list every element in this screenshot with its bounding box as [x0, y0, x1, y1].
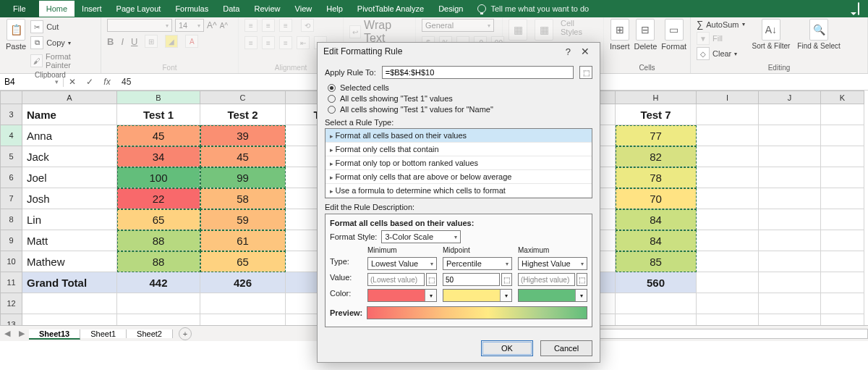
- rule-desc-label: Edit the Rule Description:: [325, 203, 414, 211]
- tell-me-label: Tell me what you want to do: [490, 4, 589, 13]
- orientation-icon[interactable]: ⟲: [301, 19, 314, 32]
- desc-heading: Format all cells based on their values:: [330, 219, 587, 227]
- ribbon-tab-page-layout[interactable]: Page Layout: [109, 1, 169, 17]
- rule-type-item[interactable]: Format only cells that are above or belo…: [326, 170, 592, 184]
- copy-button[interactable]: ⧉Copy▾: [30, 36, 95, 49]
- rule-type-label: Select a Rule Type:: [325, 118, 393, 127]
- ribbon-tabs: File HomeInsertPage LayoutFormulasDataRe…: [0, 0, 868, 17]
- formula-value[interactable]: 45: [116, 77, 131, 87]
- color-mid-select[interactable]: ▾: [443, 289, 512, 302]
- sheet-tab-sheet2[interactable]: Sheet2: [127, 329, 173, 338]
- find-select-icon[interactable]: 🔍: [809, 19, 828, 41]
- dialog-title: Edit Formatting Rule: [323, 46, 402, 56]
- group-label: Cells: [610, 62, 684, 73]
- align-top-icon[interactable]: ≡: [244, 19, 258, 32]
- sort-filter-icon[interactable]: A↓: [762, 19, 780, 41]
- delete-cells-icon[interactable]: ⊟: [636, 19, 655, 41]
- format-style-select[interactable]: 3-Color Scale▾: [381, 230, 461, 243]
- group-label: Editing: [697, 62, 861, 73]
- dialog-help-icon[interactable]: ?: [560, 46, 576, 57]
- ribbon-tab-design[interactable]: Design: [431, 1, 470, 17]
- type-min-select[interactable]: Lowest Value▾: [367, 257, 437, 270]
- rule-type-item[interactable]: Use a formula to determine which cells t…: [326, 184, 592, 198]
- col-min-label: Minimum: [367, 246, 437, 254]
- apply-rule-label: Apply Rule To:: [325, 68, 376, 77]
- rule-type-list[interactable]: Format all cells based on their valuesFo…: [325, 128, 592, 198]
- group-label: Font: [107, 62, 232, 73]
- range-picker-icon[interactable]: ⬚: [579, 66, 592, 79]
- paste-label: Paste: [6, 42, 26, 51]
- insert-cells-icon[interactable]: ⊞: [610, 19, 629, 41]
- cancel-button[interactable]: Cancel: [540, 340, 592, 356]
- italic-button[interactable]: I: [121, 36, 124, 47]
- format-style-label: Format Style:: [330, 232, 377, 241]
- sheet-tab-sheet13[interactable]: Sheet13: [29, 329, 80, 340]
- ok-button[interactable]: OK: [481, 340, 533, 356]
- value-min-input[interactable]: [367, 273, 425, 286]
- rule-type-item[interactable]: Format only cells that contain: [326, 143, 592, 156]
- sheet-tab-sheet1[interactable]: Sheet1: [80, 329, 127, 338]
- format-cells-icon[interactable]: ▭: [665, 19, 684, 41]
- paste-icon[interactable]: 📋: [7, 19, 25, 41]
- preview-label: Preview:: [330, 308, 362, 317]
- type-mid-select[interactable]: Percentile▾: [443, 257, 512, 270]
- ribbon-tab-data[interactable]: Data: [216, 1, 247, 17]
- format-painter-button[interactable]: 🖌Format Painter: [30, 52, 95, 70]
- apply-scope-radio-2[interactable]: All cells showing "Test 1" values for "N…: [328, 105, 592, 114]
- edit-formatting-rule-dialog: Edit Formatting Rule ? ✕ Apply Rule To: …: [317, 42, 600, 363]
- rule-type-item[interactable]: Format only top or bottom ranked values: [326, 156, 592, 170]
- clear-button[interactable]: ◇Clear▾: [697, 47, 745, 60]
- apply-rule-input[interactable]: [382, 66, 574, 79]
- add-sheet-button[interactable]: +: [179, 327, 192, 340]
- ribbon-tab-view[interactable]: View: [288, 1, 320, 17]
- ribbon-tab-formulas[interactable]: Formulas: [168, 1, 216, 17]
- lightbulb-icon: [477, 4, 486, 13]
- value-max-input[interactable]: [518, 273, 575, 286]
- col-mid-label: Midpoint: [443, 246, 512, 254]
- apply-scope-radio-0[interactable]: Selected cells: [328, 83, 592, 92]
- share-icon[interactable]: [858, 3, 859, 14]
- ribbon-tab-help[interactable]: Help: [319, 1, 350, 17]
- wrap-text-icon[interactable]: ↩: [349, 25, 361, 38]
- ribbon-tab-insert[interactable]: Insert: [75, 1, 109, 17]
- tell-me[interactable]: Tell me what you want to do: [477, 4, 589, 13]
- value-mid-input[interactable]: [443, 273, 500, 286]
- bold-button[interactable]: B: [107, 36, 114, 47]
- sheet-nav-prev[interactable]: ◀: [0, 329, 14, 338]
- color-max-select[interactable]: ▾: [518, 289, 587, 302]
- autosum-button[interactable]: ∑ AutoSum ▾: [697, 19, 745, 30]
- font-color-icon[interactable]: A: [185, 35, 198, 48]
- file-tab[interactable]: File: [0, 0, 39, 17]
- cut-button[interactable]: ✂Cut: [30, 20, 95, 33]
- apply-scope-radio-1[interactable]: All cells showing "Test 1" values: [328, 94, 592, 103]
- format-table-icon[interactable]: ▦: [535, 19, 553, 41]
- fill-icon[interactable]: ▼: [697, 32, 710, 45]
- color-min-select[interactable]: ▾: [367, 289, 437, 302]
- type-max-select[interactable]: Highest Value▾: [518, 257, 587, 270]
- eraser-icon: ◇: [697, 47, 710, 60]
- border-icon[interactable]: ⊞: [145, 35, 158, 48]
- ribbon-tab-pivottable-analyze[interactable]: PivotTable Analyze: [350, 1, 431, 17]
- sheet-nav-next[interactable]: ▶: [14, 329, 29, 338]
- preview-gradient: [367, 306, 587, 319]
- rule-type-item[interactable]: Format all cells based on their values: [326, 129, 592, 143]
- cond-format-icon[interactable]: ▦: [509, 19, 527, 41]
- ribbon-tab-review[interactable]: Review: [247, 1, 287, 17]
- col-max-label: Maximum: [518, 246, 587, 254]
- fx-icon[interactable]: fx: [98, 77, 116, 87]
- ribbon-tab-home[interactable]: Home: [39, 1, 75, 17]
- underline-button[interactable]: U: [131, 36, 137, 47]
- dialog-close-icon[interactable]: ✕: [576, 46, 594, 57]
- fill-color-icon[interactable]: ◢: [165, 35, 178, 48]
- group-label: Clipboard: [6, 70, 95, 80]
